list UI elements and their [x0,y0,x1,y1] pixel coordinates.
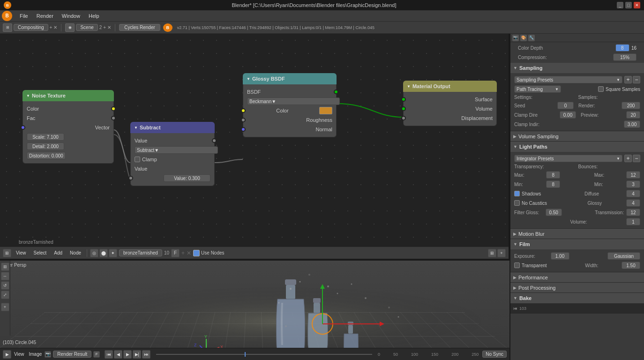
close-scene[interactable]: ✕ [107,25,111,30]
scene-editor-icon[interactable]: ◉ [65,23,75,32]
subtract-clamp-checkbox[interactable] [135,157,140,162]
noise-fac-socket[interactable] [111,116,116,120]
exposure-field[interactable]: 1.00 [551,252,569,260]
transmission-field[interactable]: 12 [626,209,640,216]
glossy-b-field[interactable]: 4 [626,199,640,207]
render-value-field[interactable]: 200 [622,102,640,109]
rp-icon-1[interactable]: 📷 [512,35,519,41]
noise-distortion-field[interactable]: Distortion: 0.000 [27,152,66,159]
max-t-field[interactable]: 8 [546,171,560,179]
render-result-icon[interactable]: 📷 [45,351,51,358]
node-icon-3[interactable]: ✦ [109,249,117,257]
use-nodes-checkbox[interactable] [193,250,200,256]
close-editor[interactable]: ✕ [53,25,57,30]
menu-window[interactable]: Window [58,12,84,20]
f-btn-bottom[interactable]: F [93,351,100,358]
path-tracing-select[interactable]: Path Tracing ▼ [514,85,561,93]
glossy-collapse-icon[interactable]: ▼ [247,77,250,81]
node-add-menu[interactable]: Add [51,250,65,256]
node-icon-1[interactable]: ◎ [90,249,98,257]
filter-gloss-field[interactable]: 0.50 [546,209,562,216]
width-field[interactable]: 1.50 [622,262,640,269]
preview-value-field[interactable]: 20 [626,111,640,119]
output-surface-socket[interactable] [401,97,406,102]
min-t-field[interactable]: 8 [546,180,560,188]
play-btn[interactable]: ▶ [123,350,132,359]
sampling-header[interactable]: ▼ Sampling [510,63,644,73]
timeline-view-btn[interactable]: View [12,351,26,357]
sync-mode[interactable]: No Sync [482,351,507,358]
motion-blur-header[interactable]: ▶ Motion Blur [510,229,644,239]
render-engine[interactable]: Cycles Render [119,24,160,31]
volume-b-field[interactable]: 1 [626,218,640,225]
subtract-method-select[interactable]: Subtract ▼ [135,146,218,154]
render-result-tag[interactable]: Render Result [53,351,91,358]
noise-scale-field[interactable]: Scale: 7.100 [27,133,64,141]
material-plus-icon[interactable]: + [181,250,185,256]
noise-color-socket[interactable] [111,106,116,111]
sampling-presets-remove[interactable]: − [633,76,640,83]
sampling-presets-select[interactable]: Sampling Presets ▼ [514,76,622,83]
output-volume-socket[interactable] [401,106,406,111]
vp-tool-3[interactable]: ↺ [1,281,9,290]
performance-header[interactable]: ▶ Performance [510,272,644,283]
material-x-icon[interactable]: ✕ [187,250,191,256]
noise-collapse-icon[interactable]: ▼ [26,94,30,98]
menu-file[interactable]: File [16,12,32,20]
editor1-tag[interactable]: Compositing [14,24,48,31]
rp-icon-3[interactable]: 🔧 [528,35,535,41]
node-node-menu[interactable]: Node [67,250,84,256]
material-name-tag[interactable]: bronzeTarnished [119,249,162,256]
sampling-presets-add[interactable]: + [624,76,632,83]
node-select-menu[interactable]: Select [31,250,50,256]
glossy-bsdf-socket[interactable] [334,90,338,94]
rp-icon-2[interactable]: 🎨 [520,35,527,41]
output-displacement-socket[interactable] [401,116,406,120]
next-frame-btn[interactable]: ▶| [133,350,141,359]
node-plus-zoom[interactable]: + [497,249,506,257]
seed-value-field[interactable]: 0 [557,102,574,109]
film-header[interactable]: ▼ Film [510,239,644,249]
color-depth-value[interactable]: 8 [615,44,629,52]
subtract-value-out-socket[interactable] [212,138,217,143]
noise-detail-field[interactable]: Detail: 2.000 [27,142,64,150]
diffuse-field[interactable]: 4 [626,190,640,197]
integrator-remove[interactable]: − [633,155,640,162]
editor2-tag[interactable]: Scene [76,24,97,31]
vp-tool-5[interactable]: + [1,303,9,311]
integrator-presets-select[interactable]: Integrator Presets ▼ [514,155,622,162]
f-button[interactable]: F [171,249,180,257]
bake-header[interactable]: ▼ Bake [510,293,644,303]
volume-sampling-header[interactable]: ▶ Volume Sampling [510,131,644,142]
prev-frame-btn[interactable]: ◀ [114,350,122,359]
glossy-color-swatch[interactable] [319,107,332,114]
clamp-indir-field[interactable]: 3.00 [624,120,640,128]
compression-value[interactable]: 15% [613,53,637,61]
subtract-value2-in-socket[interactable] [128,176,133,180]
timeline-image-btn[interactable]: Image [27,351,44,357]
node-editor-type-icon[interactable]: ⊞ [3,249,11,257]
noise-vector-socket[interactable] [21,125,25,130]
minimize-button[interactable]: _ [617,2,623,8]
clamp-dir-field[interactable]: 0.00 [560,111,576,119]
playhead[interactable] [245,352,246,357]
menu-render[interactable]: Render [33,12,57,20]
use-nodes-toggle[interactable]: Use Nodes [193,250,224,256]
glossy-color-in-socket[interactable] [241,108,246,113]
max-b-field[interactable]: 12 [626,171,640,179]
add-editor-plus[interactable]: + [50,25,52,30]
glossy-roughness-socket[interactable] [241,118,246,122]
close-button[interactable]: ✕ [634,2,640,8]
filter-type-field[interactable]: Gaussian [607,252,640,260]
timeline-editor-icon[interactable]: ▶ [3,350,11,359]
transparent-checkbox[interactable] [514,262,520,268]
vp-tool-2[interactable]: ↔ [1,272,9,280]
glossy-dist-select[interactable]: Beckmann ▼ [247,98,340,105]
no-caustics-checkbox[interactable] [514,200,520,206]
vp-tool-1[interactable]: ⊞ [1,262,9,271]
light-paths-header[interactable]: ▼ Light Paths [510,142,644,152]
glossy-normal-socket[interactable] [241,127,246,132]
shadows-checkbox[interactable] [514,191,520,196]
maximize-button[interactable]: □ [625,2,632,8]
node-zoom-icon[interactable]: ⊞ [488,249,496,257]
